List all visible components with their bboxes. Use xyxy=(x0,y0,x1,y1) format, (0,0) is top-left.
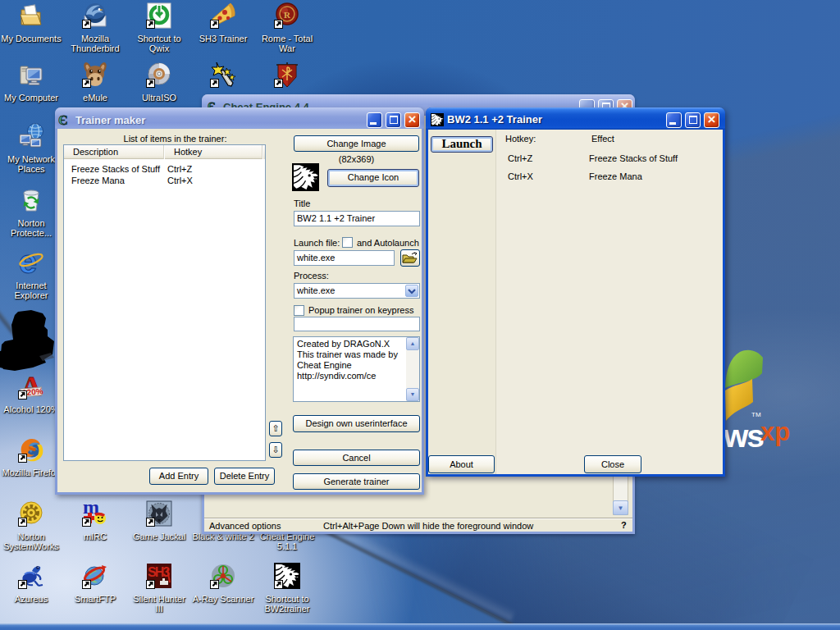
svg-text:xp: xp xyxy=(760,418,790,446)
svg-text:SH3: SH3 xyxy=(148,565,170,579)
svg-text:ws: ws xyxy=(723,418,764,454)
svg-text:TM: TM xyxy=(751,411,761,418)
svg-text:R: R xyxy=(284,10,291,20)
svg-text:Є: Є xyxy=(58,112,68,127)
